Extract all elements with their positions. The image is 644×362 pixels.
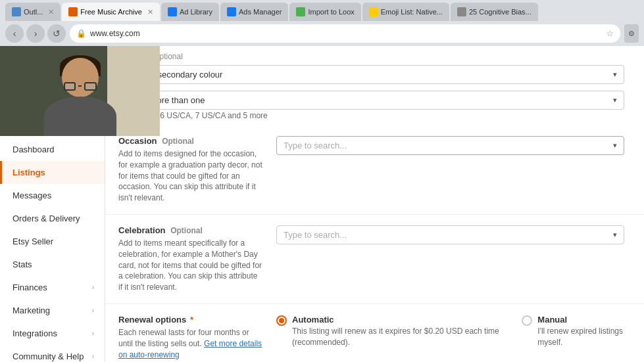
sidebar-label-messages: Messages xyxy=(12,191,51,200)
chevron-down-size-icon: ▾ xyxy=(613,96,617,104)
lock-icon: 🔒 xyxy=(76,29,86,38)
sidebar-label-integrations: Integrations xyxy=(12,328,57,338)
renewal-input-col: Automatic This listing will renew as it … xyxy=(276,315,624,348)
tab-favicon-cognitive xyxy=(457,7,466,16)
chevron-down-celebration-icon: ▾ xyxy=(613,231,617,239)
sidebar-item-dashboard[interactable]: Dashboard xyxy=(0,138,105,161)
renewal-manual-desc: I'll renew expired listings myself. xyxy=(537,326,624,348)
secondary-colour-row: y colour Optional xyxy=(118,51,624,61)
occasion-label-col: Occasion Optional Add to items designed … xyxy=(118,136,263,204)
sidebar-item-orders[interactable]: Orders & Delivery xyxy=(0,207,105,230)
tab-favicon-loox xyxy=(296,7,305,16)
renewal-label: Renewal options * xyxy=(118,315,263,325)
renewal-manual-radio[interactable] xyxy=(522,315,532,326)
browser-tabs: Outl... ✕ Free Music Archive ✕ Ad Librar… xyxy=(0,0,644,21)
chevron-down-occasion-icon: ▾ xyxy=(613,141,617,150)
chevron-community-icon: › xyxy=(92,353,94,360)
occasion-input-col: Type to search... ▾ xyxy=(276,136,624,155)
sidebar-label-marketing: Marketing xyxy=(12,305,50,315)
renewal-manual-option[interactable]: Manual I'll renew expired listings mysel… xyxy=(522,315,624,348)
glass-right xyxy=(84,82,96,91)
tab-favicon xyxy=(12,7,21,16)
renewal-automatic-label: Automatic xyxy=(292,315,502,325)
back-button[interactable]: ‹ xyxy=(5,24,24,43)
tab-label-loox: Import to Loox xyxy=(308,8,354,16)
sidebar-item-seller[interactable]: Etsy Seller xyxy=(0,230,105,253)
celebration-input-col: Type to search... ▾ xyxy=(276,225,624,244)
occasion-section: Occasion Optional Add to items designed … xyxy=(105,125,644,215)
celebration-description: Add to items meant specifically for a ce… xyxy=(118,238,263,293)
person-head xyxy=(62,58,99,97)
occasion-search-placeholder: Type to search... xyxy=(284,141,347,150)
tab-loox[interactable]: Import to Loox xyxy=(289,3,360,21)
tab-label-cognitive: 25 Cognitive Bias... xyxy=(469,8,532,16)
sidebar-item-listings[interactable]: Listings xyxy=(0,161,105,184)
renewal-field-row: Renewal options * Each renewal lasts for… xyxy=(118,315,624,360)
tab-label: Outl... xyxy=(24,8,43,16)
tab-active[interactable]: Free Music Archive ✕ xyxy=(62,3,160,21)
person-glasses xyxy=(64,81,97,91)
reload-button[interactable]: ↺ xyxy=(47,24,66,43)
size-hint: 5.5 US/CA, 6 US/CA, 7 US/CA and 5 more xyxy=(118,111,624,120)
content-area: y colour Optional Choose secondary colou… xyxy=(105,46,644,362)
sidebar-label-listings: Listings xyxy=(12,168,45,177)
occasion-optional: Optional xyxy=(162,137,194,146)
sidebar-label-dashboard: Dashboard xyxy=(12,145,55,154)
sidebar-label-community: Community & Help xyxy=(12,351,84,361)
occasion-search-dropdown[interactable]: Type to search... ▾ xyxy=(276,136,624,155)
tab-close-active[interactable]: ✕ xyxy=(147,8,153,16)
celebration-section: Celebration Optional Add to items meant … xyxy=(105,215,644,304)
sidebar-label-orders: Orders & Delivery xyxy=(12,214,80,223)
renewal-required-mark: * xyxy=(190,315,193,325)
celebration-search-dropdown[interactable]: Type to search... ▾ xyxy=(276,225,624,244)
occasion-label: Occasion Optional xyxy=(118,136,263,146)
sidebar-item-marketing[interactable]: Marketing › xyxy=(0,299,105,322)
renewal-label-col: Renewal options * Each renewal lasts for… xyxy=(118,315,263,360)
tab-label-emoji: Emoji List: Native... xyxy=(381,8,443,16)
sidebar-item-stats[interactable]: Stats xyxy=(0,253,105,276)
extensions-button[interactable]: ⚙ xyxy=(624,24,639,43)
renewal-automatic-desc: This listing will renew as it expires fo… xyxy=(292,326,502,348)
sidebar-label-seller: Etsy Seller xyxy=(12,237,53,246)
secondary-colour-dropdown[interactable]: Choose secondary colour ▾ xyxy=(118,65,624,84)
tab-favicon-adlib xyxy=(168,7,177,16)
glass-left xyxy=(64,82,76,91)
size-dropdown[interactable]: I offer more than one ▾ xyxy=(118,91,624,110)
renewal-manual-label: Manual xyxy=(537,315,624,325)
tab-label-adsmgr: Ads Manager xyxy=(239,8,282,16)
tab-adlib[interactable]: Ad Library xyxy=(161,3,219,21)
tab-outl[interactable]: Outl... ✕ xyxy=(5,3,61,21)
tab-favicon-emoji xyxy=(369,7,378,16)
celebration-field-row: Celebration Optional Add to items meant … xyxy=(118,225,624,293)
url-bar[interactable]: 🔒 www.etsy.com ☆ xyxy=(70,24,620,43)
tab-close[interactable]: ✕ xyxy=(48,8,54,16)
forward-button[interactable]: › xyxy=(26,24,45,43)
renewal-automatic-content: Automatic This listing will renew as it … xyxy=(292,315,502,348)
renewal-radio-group: Automatic This listing will renew as it … xyxy=(276,315,624,348)
webcam-overlay xyxy=(0,46,160,136)
bookmark-icon[interactable]: ☆ xyxy=(607,29,614,38)
sidebar-item-finances[interactable]: Finances › xyxy=(0,276,105,299)
sidebar-item-messages[interactable]: Messages xyxy=(0,184,105,207)
celebration-label-col: Celebration Optional Add to items meant … xyxy=(118,225,263,293)
occasion-description: Add to items designed for the occasion, … xyxy=(118,148,263,204)
renewal-automatic-radio[interactable] xyxy=(276,315,287,326)
person-view xyxy=(0,46,160,136)
tab-cognitive[interactable]: 25 Cognitive Bias... xyxy=(451,3,538,21)
sidebar-item-community[interactable]: Community & Help › xyxy=(0,345,105,362)
tab-label-adlib: Ad Library xyxy=(180,8,212,16)
tab-label-active: Free Music Archive xyxy=(80,8,142,16)
sidebar-item-integrations[interactable]: Integrations › xyxy=(0,322,105,345)
glass-bridge xyxy=(78,85,82,87)
renewal-options-section: Renewal options * Each renewal lasts for… xyxy=(105,304,644,362)
browser-bar: ‹ › ↺ 🔒 www.etsy.com ☆ ⚙ xyxy=(0,21,644,46)
sidebar-label-finances: Finances xyxy=(12,283,47,292)
tab-emoji[interactable]: Emoji List: Native... xyxy=(362,3,449,21)
renewal-automatic-option[interactable]: Automatic This listing will renew as it … xyxy=(276,315,502,348)
tab-favicon-adsmgr xyxy=(227,7,236,16)
browser-controls: ‹ › ↺ xyxy=(5,24,66,43)
chevron-integrations-icon: › xyxy=(92,330,94,337)
occasion-field-row: Occasion Optional Add to items designed … xyxy=(118,136,624,204)
tab-adsmgr[interactable]: Ads Manager xyxy=(220,3,288,21)
celebration-label: Celebration Optional xyxy=(118,225,263,235)
